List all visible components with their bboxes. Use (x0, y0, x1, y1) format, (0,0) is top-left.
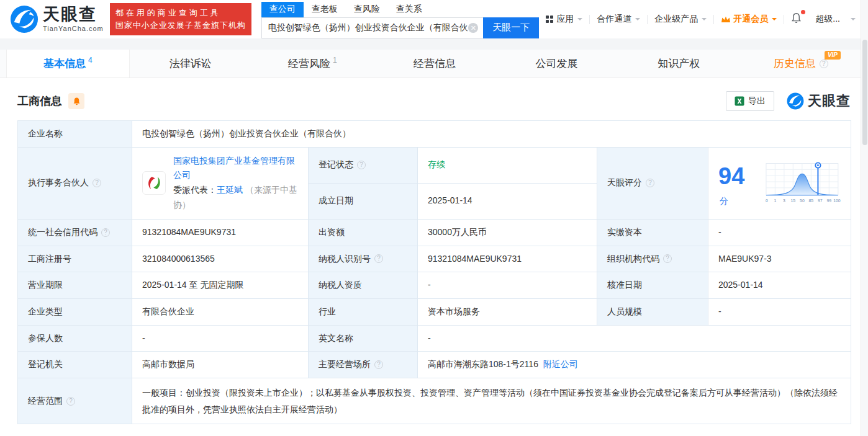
export-label: 导出 (748, 96, 766, 107)
svg-text:15: 15 (791, 199, 796, 203)
chevron-down-icon (702, 18, 707, 23)
field-label-approval-date: 核准日期 (597, 272, 708, 299)
svg-text:97: 97 (818, 199, 823, 203)
nav-enterprise-products[interactable]: 企业级产品 (648, 14, 713, 25)
nav-apps[interactable]: 应用 (539, 14, 589, 25)
field-label-reg-authority: 登记机关 (18, 352, 132, 378)
help-icon[interactable] (357, 161, 366, 169)
slogan-line1: 都在用的商业查询工具 (115, 7, 246, 19)
help-icon[interactable] (374, 360, 383, 369)
field-label-tianyan-score: 天眼评分 (597, 147, 708, 219)
nav-super[interactable]: 超级... (808, 14, 847, 25)
clear-search-icon[interactable]: ✕ (468, 23, 478, 33)
help-icon[interactable] (663, 254, 672, 263)
field-value-taxpayer-quality: - (418, 272, 597, 299)
field-value-capital: 30000万人民币 (418, 219, 597, 246)
field-label-paid-capital: 实缴资本 (597, 219, 708, 246)
status-badge: 存续 (428, 159, 445, 169)
help-icon[interactable] (93, 179, 101, 187)
field-value-reg-authority: 高邮市数据局 (132, 352, 309, 378)
search-tabs: 查公司 查老板 查风险 查关系 (261, 2, 540, 17)
svg-text:100: 100 (833, 199, 841, 203)
scrollbar-thumb[interactable] (862, 40, 867, 145)
tab-history-info[interactable]: VIP 历史信息 (739, 50, 862, 78)
export-button[interactable]: 导出 (726, 91, 774, 111)
tianyancha-logo[interactable]: 天眼查 TianYanCha.com (10, 5, 104, 33)
field-label-capital: 出资额 (309, 219, 418, 246)
field-value-establish-date: 2025-01-14 (418, 183, 597, 219)
rep-link[interactable]: 王延斌 (217, 185, 243, 195)
chevron-down-icon (635, 18, 640, 23)
field-label-staff-size: 人员规模 (597, 298, 708, 325)
help-icon[interactable] (646, 179, 654, 187)
field-label-address: 主要经营场所 (309, 352, 418, 378)
search-tab-company[interactable]: 查公司 (261, 2, 304, 17)
excel-icon (735, 96, 744, 106)
notification-dot (801, 10, 805, 14)
logo-title: 天眼查 (43, 6, 104, 23)
field-value-address: 高邮市海潮东路108-1号2116 附近公司 (418, 352, 851, 378)
field-label-insured-count: 参保人数 (18, 325, 132, 352)
monitor-bell-button[interactable] (68, 93, 84, 109)
search-tab-relation[interactable]: 查关系 (388, 2, 430, 17)
search-button[interactable]: 天眼一下 (483, 17, 539, 38)
field-label-company-name: 企业名称 (18, 121, 132, 148)
field-value-company-type: 有限合伙企业 (132, 298, 309, 325)
slogan-line2: 国家中小企业发展子基金旗下机构 (115, 19, 246, 32)
tab-label: 基本信息 (43, 56, 86, 71)
notifications-bell[interactable] (784, 12, 808, 26)
nav-apps-label: 应用 (556, 14, 574, 25)
help-icon[interactable] (101, 228, 110, 237)
top-nav: 应用 合作通道 企业级产品 开通会员 (539, 12, 856, 26)
top-header: 天眼查 TianYanCha.com 都在用的商业查询工具 国家中小企业发展子基… (0, 0, 868, 38)
field-value-company-name: 电投创智绿色（扬州）创业投资合伙企业（有限合伙） (132, 121, 851, 148)
field-value-paid-capital: - (708, 219, 851, 246)
field-value-org-code: MAE9UK97-3 (708, 246, 851, 272)
help-icon[interactable] (374, 254, 383, 263)
svg-text:1: 1 (774, 199, 777, 203)
partner-company-link[interactable]: 国家电投集团产业基金管理有限公司 (173, 156, 295, 180)
tab-label: 知识产权 (658, 56, 700, 71)
nav-enterprise-label: 企业级产品 (654, 14, 698, 25)
search-input[interactable] (268, 23, 469, 33)
field-value-taxpayer-id: 91321084MAE9UK9731 (418, 246, 597, 272)
tab-label: 经营风险 (288, 56, 330, 71)
tab-operation-info[interactable]: 经营信息 (374, 50, 496, 78)
vip-badge: VIP (825, 51, 841, 60)
field-label-establish-date: 成立日期 (309, 183, 418, 219)
tab-company-development[interactable]: 公司发展 (495, 50, 618, 78)
chevron-down-icon (851, 18, 856, 23)
tab-count: 4 (88, 56, 93, 65)
watermark-brand-label: 天眼查 (808, 92, 851, 110)
nearby-companies-link[interactable]: 附近公司 (543, 359, 578, 369)
score-value: 94分 (718, 158, 754, 208)
field-value-insured-count: - (132, 325, 309, 352)
field-value-business-scope: 一般项目：创业投资（限投资未上市企业）；以私募基金从事股权投资、投资管理、资产管… (132, 378, 851, 424)
help-icon[interactable] (820, 60, 828, 68)
field-label-english-name: 英文名称 (309, 325, 418, 352)
nav-open-vip[interactable]: 开通会员 (714, 14, 784, 25)
scrollbar[interactable] (861, 0, 868, 436)
tab-count: 1 (333, 56, 337, 65)
header-separator-band (0, 38, 868, 50)
field-value-reg-status: 存续 (418, 147, 597, 183)
tab-basic-info[interactable]: 基本信息 4 (6, 50, 130, 78)
search-tab-risk[interactable]: 查风险 (346, 2, 388, 17)
tab-intellectual-property[interactable]: 知识产权 (618, 50, 740, 78)
field-value-approval-date: 2025-01-14 (708, 272, 851, 299)
tab-legal-litigation[interactable]: 法律诉讼 (130, 50, 252, 78)
search-tab-boss[interactable]: 查老板 (304, 2, 346, 17)
nav-super-label: 超级... (815, 14, 840, 25)
business-info-table: 企业名称 电投创智绿色（扬州）创业投资合伙企业（有限合伙） 执行事务合伙人 (17, 120, 851, 424)
bell-icon (72, 97, 81, 106)
section-title: 工商信息 (17, 94, 62, 109)
slogan-banner: 都在用的商业查询工具 国家中小企业发展子基金旗下机构 (110, 3, 251, 35)
svg-text:99: 99 (827, 199, 832, 203)
tab-operation-risk[interactable]: 经营风险 1 (251, 50, 374, 78)
svg-text:50: 50 (800, 199, 805, 203)
field-label-industry: 行业 (309, 298, 418, 325)
help-icon[interactable] (66, 397, 75, 406)
tianyancha-watermark-icon (787, 92, 804, 110)
field-label-company-type: 企业类型 (18, 298, 132, 325)
nav-cooperation[interactable]: 合作通道 (590, 14, 647, 25)
